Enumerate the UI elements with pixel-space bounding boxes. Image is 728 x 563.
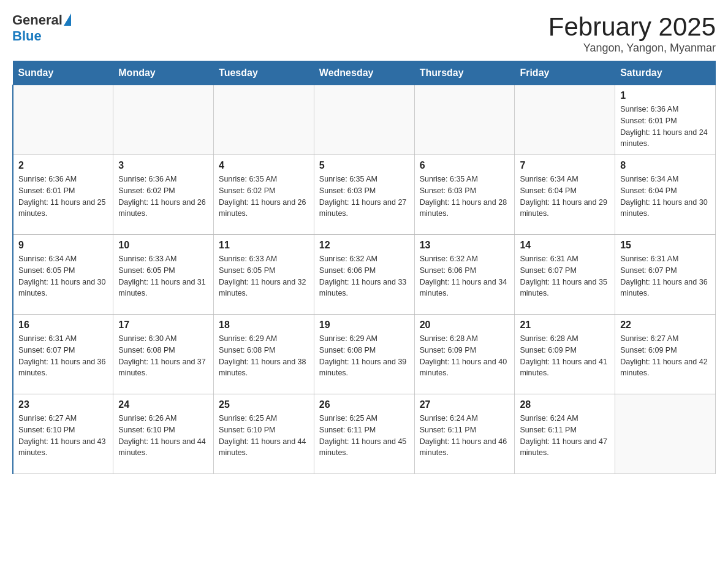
calendar-week-3: 9Sunrise: 6:34 AM Sunset: 6:05 PM Daylig… [13, 235, 716, 315]
calendar-cell: 26Sunrise: 6:25 AM Sunset: 6:11 PM Dayli… [314, 394, 414, 474]
logo-general-text: General [12, 12, 63, 28]
day-info: Sunrise: 6:28 AM Sunset: 6:09 PM Dayligh… [420, 333, 510, 379]
calendar-cell: 12Sunrise: 6:32 AM Sunset: 6:06 PM Dayli… [314, 235, 414, 315]
day-info: Sunrise: 6:32 AM Sunset: 6:06 PM Dayligh… [420, 253, 510, 299]
calendar-cell: 4Sunrise: 6:35 AM Sunset: 6:02 PM Daylig… [214, 155, 314, 235]
calendar-cell [113, 85, 214, 155]
day-number: 1 [620, 90, 710, 101]
calendar-cell [314, 85, 414, 155]
day-info: Sunrise: 6:31 AM Sunset: 6:07 PM Dayligh… [620, 253, 710, 299]
day-number: 2 [18, 160, 108, 171]
calendar-cell: 8Sunrise: 6:34 AM Sunset: 6:04 PM Daylig… [615, 155, 716, 235]
calendar-cell: 28Sunrise: 6:24 AM Sunset: 6:11 PM Dayli… [515, 394, 615, 474]
day-number: 6 [420, 160, 510, 171]
day-number: 9 [18, 240, 108, 251]
header-tuesday: Tuesday [214, 61, 314, 85]
day-info: Sunrise: 6:32 AM Sunset: 6:06 PM Dayligh… [319, 253, 409, 299]
day-info: Sunrise: 6:35 AM Sunset: 6:03 PM Dayligh… [319, 174, 409, 220]
calendar-cell: 11Sunrise: 6:33 AM Sunset: 6:05 PM Dayli… [214, 235, 314, 315]
location-title: Yangon, Yangon, Myanmar [548, 42, 716, 55]
day-info: Sunrise: 6:34 AM Sunset: 6:05 PM Dayligh… [18, 253, 108, 299]
title-section: February 2025 Yangon, Yangon, Myanmar [548, 12, 716, 55]
day-number: 4 [219, 160, 309, 171]
calendar-cell: 1Sunrise: 6:36 AM Sunset: 6:01 PM Daylig… [615, 85, 716, 155]
day-number: 8 [620, 160, 710, 171]
day-info: Sunrise: 6:30 AM Sunset: 6:08 PM Dayligh… [118, 333, 208, 379]
day-info: Sunrise: 6:25 AM Sunset: 6:11 PM Dayligh… [319, 413, 409, 459]
calendar-cell: 20Sunrise: 6:28 AM Sunset: 6:09 PM Dayli… [414, 315, 515, 394]
day-number: 19 [319, 320, 409, 331]
day-number: 5 [319, 160, 409, 171]
header-thursday: Thursday [414, 61, 515, 85]
day-info: Sunrise: 6:36 AM Sunset: 6:01 PM Dayligh… [18, 174, 108, 220]
calendar-week-2: 2Sunrise: 6:36 AM Sunset: 6:01 PM Daylig… [13, 155, 716, 235]
calendar-cell: 3Sunrise: 6:36 AM Sunset: 6:02 PM Daylig… [113, 155, 214, 235]
day-number: 3 [118, 160, 208, 171]
header-wednesday: Wednesday [314, 61, 414, 85]
calendar-header: SundayMondayTuesdayWednesdayThursdayFrid… [13, 61, 716, 85]
day-number: 17 [118, 320, 208, 331]
day-info: Sunrise: 6:24 AM Sunset: 6:11 PM Dayligh… [420, 413, 510, 459]
day-info: Sunrise: 6:33 AM Sunset: 6:05 PM Dayligh… [219, 253, 309, 299]
calendar-cell: 5Sunrise: 6:35 AM Sunset: 6:03 PM Daylig… [314, 155, 414, 235]
day-number: 23 [18, 399, 108, 410]
day-info: Sunrise: 6:35 AM Sunset: 6:02 PM Dayligh… [219, 174, 309, 220]
calendar-cell: 16Sunrise: 6:31 AM Sunset: 6:07 PM Dayli… [13, 315, 113, 394]
day-number: 22 [620, 320, 710, 331]
calendar-cell: 21Sunrise: 6:28 AM Sunset: 6:09 PM Dayli… [515, 315, 615, 394]
day-number: 13 [420, 240, 510, 251]
day-info: Sunrise: 6:34 AM Sunset: 6:04 PM Dayligh… [520, 174, 610, 220]
logo-blue-text: Blue [12, 28, 42, 44]
day-number: 15 [620, 240, 710, 251]
day-info: Sunrise: 6:28 AM Sunset: 6:09 PM Dayligh… [520, 333, 610, 379]
calendar-cell: 27Sunrise: 6:24 AM Sunset: 6:11 PM Dayli… [414, 394, 515, 474]
calendar-table: SundayMondayTuesdayWednesdayThursdayFrid… [12, 61, 716, 474]
day-info: Sunrise: 6:31 AM Sunset: 6:07 PM Dayligh… [18, 333, 108, 379]
day-info: Sunrise: 6:29 AM Sunset: 6:08 PM Dayligh… [219, 333, 309, 379]
day-number: 10 [118, 240, 208, 251]
day-number: 27 [420, 399, 510, 410]
day-number: 26 [319, 399, 409, 410]
day-info: Sunrise: 6:27 AM Sunset: 6:10 PM Dayligh… [18, 413, 108, 459]
day-info: Sunrise: 6:36 AM Sunset: 6:01 PM Dayligh… [620, 104, 710, 150]
page-header: General Blue February 2025 Yangon, Yango… [12, 12, 716, 55]
day-info: Sunrise: 6:34 AM Sunset: 6:04 PM Dayligh… [620, 174, 710, 220]
header-saturday: Saturday [615, 61, 716, 85]
logo: General Blue [12, 12, 71, 44]
calendar-cell [515, 85, 615, 155]
calendar-cell [13, 85, 113, 155]
day-number: 16 [18, 320, 108, 331]
day-number: 24 [118, 399, 208, 410]
day-number: 11 [219, 240, 309, 251]
day-number: 21 [520, 320, 610, 331]
day-number: 20 [420, 320, 510, 331]
header-sunday: Sunday [13, 61, 113, 85]
calendar-cell: 6Sunrise: 6:35 AM Sunset: 6:03 PM Daylig… [414, 155, 515, 235]
calendar-cell: 13Sunrise: 6:32 AM Sunset: 6:06 PM Dayli… [414, 235, 515, 315]
header-friday: Friday [515, 61, 615, 85]
calendar-cell: 2Sunrise: 6:36 AM Sunset: 6:01 PM Daylig… [13, 155, 113, 235]
day-info: Sunrise: 6:33 AM Sunset: 6:05 PM Dayligh… [118, 253, 208, 299]
day-number: 12 [319, 240, 409, 251]
calendar-cell: 14Sunrise: 6:31 AM Sunset: 6:07 PM Dayli… [515, 235, 615, 315]
day-info: Sunrise: 6:25 AM Sunset: 6:10 PM Dayligh… [219, 413, 309, 459]
day-number: 7 [520, 160, 610, 171]
day-info: Sunrise: 6:29 AM Sunset: 6:08 PM Dayligh… [319, 333, 409, 379]
day-number: 14 [520, 240, 610, 251]
calendar-cell: 7Sunrise: 6:34 AM Sunset: 6:04 PM Daylig… [515, 155, 615, 235]
calendar-cell [615, 394, 716, 474]
day-info: Sunrise: 6:24 AM Sunset: 6:11 PM Dayligh… [520, 413, 610, 459]
calendar-cell: 24Sunrise: 6:26 AM Sunset: 6:10 PM Dayli… [113, 394, 214, 474]
calendar-week-5: 23Sunrise: 6:27 AM Sunset: 6:10 PM Dayli… [13, 394, 716, 474]
day-info: Sunrise: 6:36 AM Sunset: 6:02 PM Dayligh… [118, 174, 208, 220]
day-number: 18 [219, 320, 309, 331]
logo-triangle-icon [64, 13, 71, 26]
day-number: 28 [520, 399, 610, 410]
calendar-cell [414, 85, 515, 155]
header-monday: Monday [113, 61, 214, 85]
calendar-week-4: 16Sunrise: 6:31 AM Sunset: 6:07 PM Dayli… [13, 315, 716, 394]
day-info: Sunrise: 6:35 AM Sunset: 6:03 PM Dayligh… [420, 174, 510, 220]
calendar-cell: 19Sunrise: 6:29 AM Sunset: 6:08 PM Dayli… [314, 315, 414, 394]
calendar-cell: 18Sunrise: 6:29 AM Sunset: 6:08 PM Dayli… [214, 315, 314, 394]
calendar-cell: 22Sunrise: 6:27 AM Sunset: 6:09 PM Dayli… [615, 315, 716, 394]
